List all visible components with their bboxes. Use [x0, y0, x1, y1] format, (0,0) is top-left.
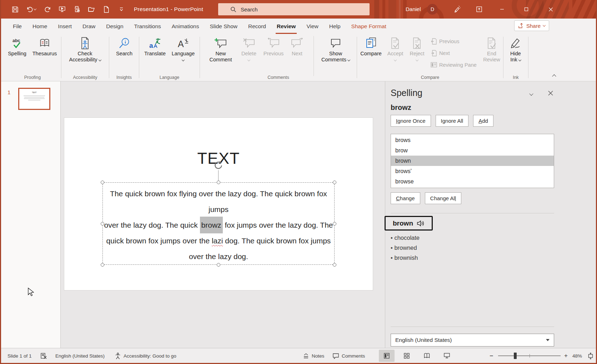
print-icon: [73, 6, 80, 13]
body-textbox[interactable]: The quick brown fox flying over the lazy…: [102, 182, 335, 265]
undo-button[interactable]: [23, 4, 39, 15]
change-button[interactable]: Change: [391, 192, 420, 204]
zoom-slider[interactable]: [498, 355, 561, 356]
body-text[interactable]: The quick brown fox flying over the lazy…: [103, 183, 334, 264]
handle-top-left[interactable]: [101, 181, 104, 184]
notes-toggle-button[interactable]: Notes: [303, 348, 324, 363]
user-name[interactable]: Daniel: [406, 6, 421, 12]
check-accessibility-button[interactable]: Check Accessibility: [65, 36, 105, 63]
new-document-button[interactable]: [100, 4, 112, 15]
add-to-dictionary-button[interactable]: Add: [473, 115, 493, 127]
hide-ink-button[interactable]: Hide Ink: [505, 36, 526, 63]
misspelled-word-label: browz: [391, 103, 411, 111]
suggestion-item[interactable]: brow: [391, 145, 554, 156]
misspelled-word[interactable]: lazi: [212, 237, 223, 245]
handle-top-center[interactable]: [217, 181, 220, 184]
close-button[interactable]: [542, 0, 559, 19]
tab-slide-show[interactable]: Slide Show: [204, 19, 243, 34]
language-button[interactable]: A Language: [169, 36, 197, 63]
dictionary-language-dropdown[interactable]: English (United States): [391, 334, 554, 347]
slide-thumbnail[interactable]: TEXT: [18, 88, 50, 110]
tab-view[interactable]: View: [301, 19, 323, 34]
ribbon-display-options-button[interactable]: [471, 0, 487, 19]
whats-new-button[interactable]: [449, 0, 466, 19]
handle-bottom-right[interactable]: [333, 263, 336, 267]
slide-sorter-view-button[interactable]: [399, 350, 415, 362]
ignore-once-button[interactable]: Ignore Once: [391, 115, 431, 127]
customize-qat-button[interactable]: [115, 4, 127, 15]
search-box[interactable]: Search: [218, 3, 370, 15]
zoom-slider-handle[interactable]: [514, 353, 517, 359]
slide-counter[interactable]: Slide 1 of 1: [7, 348, 32, 363]
open-file-button[interactable]: [85, 4, 97, 15]
language-status-button[interactable]: English (United States): [55, 348, 105, 363]
new-document-icon: [103, 6, 110, 13]
spelling-button[interactable]: abc Spelling: [6, 36, 28, 57]
share-icon: [518, 23, 524, 29]
accessibility-status-button[interactable]: Accessibility: Good to go: [115, 348, 176, 363]
new-comment-button[interactable]: New Comment: [206, 36, 235, 63]
speaker-icon[interactable]: [417, 220, 425, 227]
suggestion-item[interactable]: brows: [391, 135, 554, 145]
handle-middle-left[interactable]: [101, 222, 104, 226]
tab-record[interactable]: Record: [243, 19, 271, 34]
normal-view-button[interactable]: [379, 350, 395, 362]
suggestion-item[interactable]: browse: [391, 176, 554, 187]
selected-misspelled-word[interactable]: browz: [200, 217, 223, 233]
compare-button[interactable]: Compare: [359, 36, 383, 57]
pane-options-button[interactable]: [527, 91, 536, 98]
spell-check-status-button[interactable]: [40, 348, 47, 363]
tab-transitions[interactable]: Transitions: [129, 19, 166, 34]
change-all-button[interactable]: Change All: [425, 192, 462, 204]
slide-canvas[interactable]: TEXT The quick brown fox flying over the…: [64, 118, 373, 290]
end-review-button: End Review: [481, 36, 502, 63]
redo-button[interactable]: [41, 4, 54, 15]
zoom-level[interactable]: 48%: [572, 348, 582, 363]
comments-toggle-button[interactable]: Comments: [332, 348, 365, 363]
tab-file[interactable]: File: [7, 19, 27, 34]
handle-bottom-left[interactable]: [101, 263, 104, 267]
minimize-button[interactable]: [494, 0, 510, 19]
show-comments-button[interactable]: Show Comments: [318, 36, 353, 63]
start-slideshow-button[interactable]: [56, 4, 68, 15]
tab-draw[interactable]: Draw: [77, 19, 101, 34]
handle-middle-right[interactable]: [333, 222, 336, 226]
tab-home[interactable]: Home: [27, 19, 52, 34]
fit-slide-to-window-button[interactable]: [587, 348, 594, 363]
related-word: browned: [391, 243, 554, 253]
smart-search-button[interactable]: Search: [113, 36, 136, 57]
maximize-button[interactable]: [518, 0, 535, 19]
rotate-handle-icon[interactable]: [214, 161, 223, 170]
reading-view-button[interactable]: [419, 350, 435, 362]
suggestion-item[interactable]: brown: [391, 156, 554, 166]
translate-button[interactable]: a Translate: [142, 36, 168, 57]
group-label-ink: Ink: [503, 75, 528, 80]
translate-icon: a: [149, 36, 161, 51]
share-button[interactable]: Share: [514, 20, 549, 31]
tab-insert[interactable]: Insert: [52, 19, 77, 34]
user-avatar[interactable]: D: [427, 4, 438, 15]
zoom-out-button[interactable]: −: [490, 348, 493, 363]
thesaurus-button[interactable]: Thesaurus: [30, 36, 60, 57]
tab-help[interactable]: Help: [324, 19, 346, 34]
collapse-ribbon-button[interactable]: [550, 73, 558, 80]
quick-print-button[interactable]: [71, 4, 83, 15]
tab-shape-format[interactable]: Shape Format: [346, 19, 392, 34]
compare-next-button: Next: [431, 50, 450, 56]
handle-bottom-center[interactable]: [217, 263, 220, 267]
ignore-all-button[interactable]: Ignore All: [436, 115, 469, 127]
handle-top-right[interactable]: [333, 181, 336, 184]
zoom-in-button[interactable]: +: [564, 348, 568, 363]
tab-design[interactable]: Design: [101, 19, 129, 34]
group-comments: New Comment Delete Previous Ne: [200, 34, 357, 81]
next-comment-icon: [291, 36, 303, 51]
compare-next-icon: [431, 50, 437, 56]
save-button[interactable]: [9, 4, 21, 15]
tab-animations[interactable]: Animations: [166, 19, 205, 34]
suggestion-item[interactable]: brows': [391, 166, 554, 176]
slideshow-view-button[interactable]: [439, 350, 455, 362]
tab-review[interactable]: Review: [271, 19, 301, 34]
title-bar: Presentation1 - PowerPoint Search Daniel…: [1, 0, 596, 19]
reject-button: Reject: [407, 36, 427, 63]
pane-close-button[interactable]: [546, 89, 555, 98]
